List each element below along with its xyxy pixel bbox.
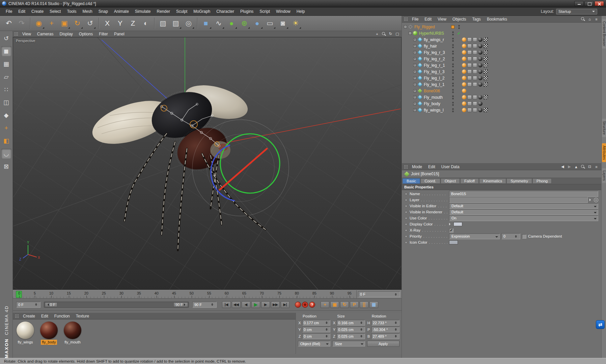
material-tag-icon[interactable] [462,63,466,67]
add-nurbs-button[interactable]: ● [225,17,238,29]
redo-button[interactable]: ↷ [16,17,28,29]
add-spline-button[interactable]: ∿ [213,17,225,29]
viewport-menu-item[interactable]: Options [76,31,95,37]
visibility-dots[interactable] [450,70,456,74]
last-used-tool-button[interactable]: ↺ [84,17,96,29]
viewport-menu-item[interactable]: View [20,31,34,37]
close-button[interactable] [595,1,604,6]
checker-tag-icon[interactable] [484,57,488,61]
goto-end-button[interactable]: ▶| [281,301,290,308]
chip-tag-icon[interactable] [467,82,472,87]
keyframe-presets-button[interactable]: ▦ [369,301,378,308]
zoom-view-icon[interactable] [381,31,387,36]
drag-handle-icon[interactable] [14,32,18,36]
attribute-tab[interactable]: Falloff [460,178,479,184]
object-tree-item[interactable]: +Fly_leg_r_2 [402,56,601,62]
chip-tag-icon[interactable] [473,108,477,112]
object-tree-item[interactable]: +Bone006 [402,88,601,94]
priority-select[interactable]: Expression [449,234,500,239]
teamviewer-icon[interactable]: ⇄ [596,320,605,329]
vertical-tab[interactable]: Content Browser [602,19,606,49]
object-manager-menu-item[interactable]: File [409,16,421,22]
sphere-tag-icon[interactable] [478,44,483,48]
chip-tag-icon[interactable] [467,50,472,55]
forward-icon[interactable]: ▶ [567,164,572,169]
visibility-dots[interactable] [450,76,456,80]
scale-tool-button[interactable]: ▣ [58,17,71,29]
material-menu-item[interactable]: Edit [38,313,51,319]
menu-item[interactable]: File [3,7,15,16]
sphere-tag-icon[interactable] [478,63,483,67]
object-manager-menu-item[interactable]: View [435,16,449,22]
apply-button[interactable]: Apply [367,341,400,347]
autokeying-button[interactable] [302,302,308,308]
viewport-menu-item[interactable]: Cameras [34,31,56,37]
toggle-view-icon[interactable]: ▢ [394,31,400,36]
menu-item[interactable]: Animate [111,7,132,16]
size-x-field[interactable]: 0.166 cm [337,320,365,326]
record-options-button[interactable]: ? [309,302,315,308]
spinner-icon[interactable] [360,327,364,332]
drag-handle-icon[interactable] [404,17,408,21]
chip-tag-icon[interactable] [473,82,477,87]
chip-tag-icon[interactable] [473,69,477,74]
expand-arrow-icon[interactable] [449,223,452,225]
record-keyframe-button[interactable] [295,302,301,308]
vertical-tab[interactable]: Attributes [602,143,606,162]
anim-dot-icon[interactable] [405,193,407,195]
attribute-menu-item[interactable]: Mode [409,163,425,170]
menu-item[interactable]: Mesh [79,7,95,16]
expand-arrow-icon[interactable] [589,199,592,201]
object-tree-item[interactable]: +Fly_mouth [402,94,601,100]
menu-item[interactable]: Simulate [132,7,154,16]
menu-item[interactable]: Script [256,7,273,16]
visible-editor-select[interactable]: Default [449,203,598,209]
object-manager-menu-item[interactable]: Edit [422,16,434,22]
visibility-dots[interactable] [450,95,456,99]
material-tag-icon[interactable] [462,44,466,48]
expand-icon[interactable]: + [413,70,416,73]
back-icon[interactable]: ◀ [560,164,566,169]
expand-icon[interactable]: - [404,25,407,28]
layer-picker-icon[interactable] [594,198,598,202]
live-selection-button[interactable]: ◉ [33,17,45,29]
chip-tag-icon[interactable] [473,57,477,61]
visibility-dots[interactable] [450,89,456,93]
add-mograph-button[interactable]: ⊛ [238,17,250,29]
visibility-dots[interactable] [450,83,456,87]
add-camera-button[interactable]: ◙ [277,17,289,29]
current-frame-field[interactable]: 0 F [16,302,40,308]
goto-start-button[interactable]: |◀ [222,301,231,308]
add-primitive-button[interactable]: ■ [200,17,212,29]
material-item[interactable]: fly_mouth [62,322,83,345]
expand-icon[interactable]: + [413,96,416,99]
material-menu-item[interactable]: Function [52,313,73,319]
search-icon[interactable] [580,17,586,22]
object-tree-item[interactable]: +Fly_leg_r_3 [402,49,601,56]
layout-select[interactable]: Startup [556,9,597,14]
chip-tag-icon[interactable] [473,50,477,55]
spinner-icon[interactable] [35,302,38,307]
previous-frame-button[interactable]: ◀ [242,301,250,308]
add-deformer-button[interactable]: ● [251,17,263,29]
visible-renderer-select[interactable]: Default [449,209,598,215]
expand-icon[interactable]: + [413,77,416,80]
name-field[interactable]: Bone015 [449,191,598,197]
history-icon[interactable]: ≡ [594,164,599,169]
chip-tag-icon[interactable] [467,69,472,74]
object-tree-item[interactable]: +fly_wings_l [402,107,601,113]
sphere-tag-icon[interactable] [478,50,483,55]
attribute-tab[interactable]: Basic [403,178,420,184]
chip-tag-icon[interactable] [473,95,477,99]
chip-tag-icon[interactable] [467,101,472,106]
render-picture-viewer-button[interactable]: ▨ [170,17,182,29]
sphere-tag-icon[interactable] [478,108,483,112]
expand-icon[interactable]: - [409,32,412,35]
texture-axis-mode-button[interactable]: ◧ [1,136,11,146]
key-rotation-toggle[interactable]: ↻ [340,301,349,308]
spinner-icon[interactable] [395,327,398,332]
vertical-tab[interactable]: Layers [602,168,606,183]
spinner-icon[interactable] [211,302,215,307]
checker-tag-icon[interactable] [484,69,488,74]
checker-tag-icon[interactable] [484,37,488,42]
